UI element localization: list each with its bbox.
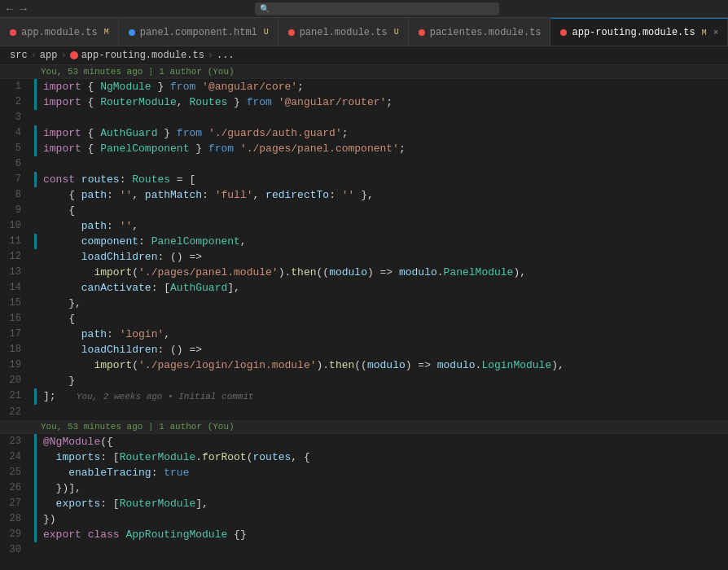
token-prop: pathMatch — [145, 189, 202, 201]
code-content-9[interactable]: { — [37, 203, 728, 218]
code-content-15[interactable]: }, — [37, 296, 728, 311]
token-type: AuthGuard — [100, 127, 157, 139]
token-punct: { — [81, 142, 100, 155]
token-kw: import — [43, 142, 81, 155]
editor: 1import { NgModule } from '@angular/core… — [0, 79, 728, 570]
breadcrumb-item-0[interactable]: src — [10, 50, 28, 61]
code-line-24: 24 imports: [RouterModule.forRoot(routes… — [0, 449, 728, 465]
code-line-16: 16 { — [0, 311, 728, 327]
token-type: PanelModule — [444, 266, 514, 278]
token-punct: { — [81, 96, 100, 108]
code-content-19[interactable]: import('./pages/login/login.module').the… — [37, 357, 728, 373]
breadcrumb-item-2[interactable]: app-routing.module.ts — [81, 50, 204, 61]
code-line-10: 10 path: '', — [0, 218, 728, 234]
token-punct: , { — [291, 451, 309, 463]
line-number-21: 21 — [0, 388, 34, 404]
tab-close-app-routing[interactable]: × — [713, 28, 719, 37]
tab-pacientes-module[interactable]: pacientes.module.ts — [409, 18, 551, 46]
code-content-2[interactable]: import { RouterModule, Routes } from '@a… — [37, 94, 728, 110]
token-prop: enableTracing — [68, 467, 151, 479]
git-gutter-30 — [34, 542, 37, 558]
token-punct: ({ — [100, 436, 113, 448]
breadcrumb-item-1[interactable]: app — [40, 50, 58, 61]
breadcrumb: src›app› app-routing.module.ts›... — [0, 46, 728, 65]
token-fn: forRoot — [202, 451, 247, 463]
code-content-13[interactable]: import('./pages/panel.module').then((mod… — [37, 265, 728, 280]
tab-panel-component[interactable]: panel.component.htmlU — [119, 18, 278, 46]
token-punct — [43, 328, 81, 340]
token-punct — [43, 282, 81, 294]
code-line-29: 29export class AppRoutingModule {} — [0, 527, 728, 542]
tab-modified-panel-component: U — [264, 28, 269, 37]
token-fn: import — [94, 359, 132, 371]
token-punct — [43, 251, 81, 263]
token-punct: ], — [227, 282, 240, 294]
line-number-16: 16 — [0, 311, 34, 327]
code-line-14: 14 canActivate: [AuthGuard], — [0, 280, 728, 296]
token-punct: ; — [386, 96, 393, 108]
code-line-28: 28}) — [0, 511, 728, 527]
code-content-29[interactable]: export class AppRoutingModule {} — [37, 527, 728, 542]
tab-label-app-module: app.module.ts — [21, 27, 98, 38]
token-type: RouterModule — [100, 96, 177, 108]
token-var: modulo — [437, 359, 476, 371]
token-str: '' — [120, 220, 133, 232]
code-line-2: 2import { RouterModule, Routes } from '@… — [0, 94, 728, 110]
line-number-1: 1 — [0, 79, 34, 94]
token-punct — [272, 96, 278, 108]
code-content-20[interactable]: } — [37, 373, 728, 388]
tab-app-routing[interactable]: app-routing.module.tsM× — [550, 18, 728, 46]
tab-icon-app-routing — [560, 29, 567, 36]
code-line-12: 12 loadChildren: () => — [0, 249, 728, 265]
token-punct: ; — [342, 127, 349, 139]
tab-label-pacientes-module: pacientes.module.ts — [430, 27, 542, 38]
back-button[interactable]: ← — [7, 2, 13, 15]
code-content-25[interactable]: enableTracing: true — [37, 465, 728, 480]
token-punct: ). — [278, 266, 292, 278]
line-number-8: 8 — [0, 187, 34, 203]
code-content-21[interactable]: ]; You, 2 weeks ago • Initial commit — [37, 388, 728, 405]
code-content-24[interactable]: imports: [RouterModule.forRoot(routes, { — [37, 449, 728, 465]
tabs-bar: app.module.tsMpanel.component.htmlUpanel… — [0, 18, 728, 46]
code-content-5[interactable]: import { PanelComponent } from './pages/… — [37, 141, 728, 156]
token-kw: import — [43, 96, 81, 108]
code-content-1[interactable]: import { NgModule } from '@angular/core'… — [37, 79, 728, 94]
tab-icon-pacientes-module — [419, 29, 425, 36]
tab-app-module[interactable]: app.module.tsM — [0, 18, 119, 46]
forward-button[interactable]: → — [20, 2, 26, 15]
code-content-18[interactable]: loadChildren: () => — [37, 342, 728, 357]
code-line-4: 4import { AuthGuard } from './guards/aut… — [0, 125, 728, 141]
code-content-27[interactable]: exports: [RouterModule], — [37, 496, 728, 511]
tab-label-panel-module: panel.module.ts — [300, 27, 388, 38]
code-line-1: 1import { NgModule } from '@angular/core… — [0, 79, 728, 94]
token-punct: (( — [354, 359, 367, 371]
code-content-26[interactable]: })], — [37, 480, 728, 496]
code-content-14[interactable]: canActivate: [AuthGuard], — [37, 280, 728, 296]
token-str: '@angular/core' — [202, 81, 297, 93]
token-str: './pages/panel.component' — [240, 142, 399, 155]
code-content-23[interactable]: @NgModule({ — [37, 434, 728, 449]
code-content-28[interactable]: }) — [37, 511, 728, 527]
tab-modified-panel-module: U — [394, 28, 399, 37]
token-punct — [43, 344, 81, 356]
code-content-17[interactable]: path: 'login', — [37, 327, 728, 342]
line-number-25: 25 — [0, 465, 34, 480]
code-content-12[interactable]: loadChildren: () => — [37, 249, 728, 265]
blame-bar-bottom: You, 53 minutes ago | 1 author (You) — [0, 420, 728, 434]
token-prop: loadChildren — [81, 344, 158, 356]
search-bar[interactable]: 🔍 — [255, 2, 499, 15]
code-content-10[interactable]: path: '', — [37, 218, 728, 234]
code-content-4[interactable]: import { AuthGuard } from './guards/auth… — [37, 125, 728, 141]
token-punct: (( — [317, 266, 330, 278]
search-icon: 🔍 — [260, 4, 270, 14]
token-punct: }, — [43, 297, 81, 309]
code-content-16[interactable]: { — [37, 311, 728, 327]
tab-panel-module[interactable]: panel.module.tsU — [278, 18, 409, 46]
git-gutter-3 — [34, 110, 37, 125]
token-punct: ( — [132, 359, 138, 371]
token-var: modulo — [329, 266, 367, 278]
code-content-7[interactable]: const routes: Routes = [ — [37, 172, 728, 187]
code-content-11[interactable]: component: PanelComponent, — [37, 234, 728, 249]
token-punct: : — [107, 220, 120, 232]
code-content-8[interactable]: { path: '', pathMatch: 'full', redirectT… — [37, 187, 728, 203]
